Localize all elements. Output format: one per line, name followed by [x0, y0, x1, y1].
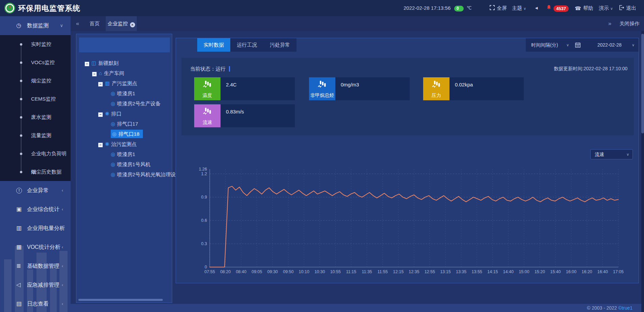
sidebar-item-7[interactable]: 烟尘历史数据 — [0, 163, 71, 181]
content-tab-0[interactable]: 实时数据 — [197, 38, 230, 52]
svg-text:10:55: 10:55 — [330, 269, 341, 274]
tree-node-text: 排气口17 — [117, 121, 138, 127]
chevron-down-icon: ∨ — [632, 38, 635, 52]
svg-text:0: 0 — [205, 265, 207, 269]
brand-link[interactable]: ©true1 — [618, 305, 633, 311]
content-tab-1[interactable]: 运行工况 — [230, 38, 263, 52]
sidebar-item-0[interactable]: 实时监控 — [0, 35, 71, 53]
footer: © 2003 - 2022 ©true1 — [71, 304, 644, 312]
fullscreen-icon — [490, 0, 495, 17]
sidebar-group-5[interactable]: ≣基础数据管理‹ — [0, 257, 71, 276]
tree-horizontal-scrollbar[interactable] — [78, 299, 163, 301]
sidebar-group-icon-report-icon: ▣ — [16, 200, 22, 219]
content-tab-2[interactable]: 污处异常 — [263, 38, 297, 52]
sidebar-group-1[interactable]: !企业异常‹ — [0, 181, 71, 200]
sidebar-group-6[interactable]: ◁应急减排管理‹ — [0, 276, 71, 294]
tree-collapse-icon[interactable]: − — [98, 82, 103, 86]
tree-node-text: 新疆默刻 — [98, 60, 119, 66]
close-operations-button[interactable]: 关闭操作 — [618, 16, 641, 31]
metric-card-value: 0.02kpa — [455, 82, 473, 87]
svg-text:10:30: 10:30 — [314, 269, 325, 274]
notifications-button[interactable]: 4537 — [546, 0, 569, 16]
tree-node-label: ❋排口 — [105, 111, 122, 116]
sidebar-group-0[interactable]: ◷数据监测∨ — [0, 16, 71, 35]
chevron-down-icon: ∨ — [60, 16, 63, 35]
tree-node-label: ▥产污监测点 — [105, 80, 137, 86]
sidebar-group-label: 数据监测 — [27, 16, 49, 35]
theme-menu[interactable]: 主题∨ — [512, 0, 526, 16]
svg-text:11:35: 11:35 — [362, 269, 372, 274]
chevron-down-icon: ∨ — [610, 6, 613, 10]
help-button[interactable]: ☎帮助 — [575, 0, 593, 16]
status-section: 当前状态：运行 数据更新时间:2022-02-28 17:10:00 温度2.4… — [181, 58, 634, 135]
tree-node-label: ◎喷漆房1 — [111, 151, 135, 157]
sidebar-group-3[interactable]: ▥企业用电量分析‹ — [0, 219, 71, 238]
mute-button[interactable]: ◄ — [534, 0, 539, 16]
sidebar-group-label: 企业综合统计 — [27, 200, 59, 219]
tree-node-text: 排气口18 — [119, 131, 139, 137]
sidebar-group-2[interactable]: ▣企业综合统计‹ — [0, 200, 71, 219]
tree-collapse-icon[interactable]: − — [85, 62, 89, 66]
sidebar-item-label: 流量监测 — [31, 126, 51, 145]
sidebar-group-label: 日志查看 — [27, 294, 49, 312]
close-icon[interactable]: × — [130, 22, 135, 27]
fullscreen-button[interactable]: 全屏 — [490, 0, 507, 16]
sidebar-item-4[interactable]: 废水监测 — [0, 108, 71, 126]
series-select[interactable]: 流速 ∨ — [590, 149, 633, 159]
tree-leaf-icon: ◎ — [112, 131, 117, 137]
tree-collapse-icon[interactable]: − — [92, 72, 97, 76]
sidebar-group-label: 应急减排管理 — [27, 276, 59, 294]
demo-menu[interactable]: 演示∨ — [599, 0, 613, 16]
svg-text:0.9: 0.9 — [201, 195, 207, 200]
chevron-left-icon: ‹ — [62, 200, 63, 219]
page-scrollbar-thumb[interactable] — [641, 34, 644, 133]
tree-node[interactable]: −⌂生产车间 — [76, 68, 188, 78]
tab-enterprise-monitor[interactable]: 企业监控× — [106, 16, 137, 31]
sidebar-group-icon-horn-icon: ◁ — [16, 276, 21, 294]
notification-count: 4537 — [553, 5, 569, 12]
bullet-icon — [20, 153, 22, 155]
svg-text:09:05: 09:05 — [252, 269, 262, 274]
logout-button[interactable]: 退出 — [619, 0, 636, 16]
tree-collapse-icon[interactable]: − — [98, 112, 103, 117]
tree-node-label: ◎排气口18 — [111, 130, 143, 138]
sidebar-item-3[interactable]: CEMS监控 — [0, 90, 71, 108]
metric-card-label: 非甲烷总烃 — [309, 93, 335, 99]
tree-node[interactable]: −◫新疆默刻 — [76, 58, 181, 68]
sidebar-group-label: 基础数据管理 — [27, 257, 59, 276]
tabs-scroll-right-icon[interactable]: » — [608, 16, 611, 31]
svg-text:15:20: 15:20 — [535, 269, 545, 274]
tab-home[interactable]: 首页 — [84, 16, 105, 31]
tree-header-strip[interactable] — [79, 37, 170, 52]
metric-card-value: 0.83m/s — [226, 109, 244, 114]
sidebar-item-label: 废水监测 — [31, 108, 51, 126]
metric-card-value: 0mg/m3 — [341, 82, 359, 87]
sidebar-group-icon-warning-icon: ! — [16, 188, 22, 193]
sidebar-item-1[interactable]: VOCs监控 — [0, 53, 71, 72]
metric-card-label: 压力 — [423, 93, 449, 99]
tree-node-label: ◫新疆默刻 — [92, 60, 119, 66]
tree-collapse-icon[interactable]: − — [98, 143, 103, 147]
metric-card-label: 温度 — [194, 93, 221, 99]
tree-leaf-icon: ◎ — [111, 161, 115, 167]
tree-node-text: 排口 — [111, 111, 122, 116]
logout-icon — [619, 0, 624, 17]
interval-select[interactable]: 时间间隔(分) — [531, 38, 558, 52]
tabs-scroll-left-icon[interactable]: « — [76, 16, 79, 31]
date-select[interactable]: 2022-02-28 — [597, 38, 622, 52]
sidebar-item-2[interactable]: 烟尘监控 — [0, 72, 71, 90]
sidebar-group-7[interactable]: ▤日志查看‹ — [0, 294, 71, 312]
header-datetime: 2022-02-28 17:13:56 — [404, 0, 450, 16]
svg-text:1.26: 1.26 — [199, 167, 207, 172]
status-caret — [229, 66, 230, 72]
svg-text:11:55: 11:55 — [378, 269, 388, 274]
tree-fan-icon: ❋ — [105, 111, 109, 116]
sidebar-group-4[interactable]: ▦VOC统计分析‹ — [0, 238, 71, 257]
sidebar-item-5[interactable]: 流量监测 — [0, 126, 71, 145]
metric-card-icon: 非甲烷总烃 — [309, 77, 335, 100]
svg-text:10:10: 10:10 — [299, 269, 309, 274]
metric-card-value: 2.4C — [226, 82, 237, 87]
tree-node-label: ◎喷漆房2号生产设备 — [111, 101, 160, 106]
sidebar-item-6[interactable]: 企业电力负荷明细 — [0, 145, 71, 163]
chevron-down-icon: ∨ — [626, 150, 629, 159]
